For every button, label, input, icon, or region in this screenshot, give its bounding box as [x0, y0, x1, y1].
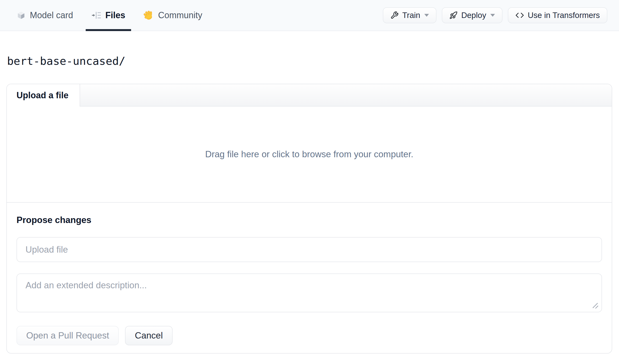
tab-files[interactable]: Files: [86, 0, 131, 30]
tabbar-filler: [80, 84, 612, 107]
active-tab-underline: [86, 29, 131, 31]
upload-file-input[interactable]: [16, 237, 602, 262]
file-versions-icon: [92, 10, 101, 20]
cancel-button[interactable]: Cancel: [125, 326, 172, 345]
extended-description-textarea[interactable]: [16, 273, 602, 312]
open-pull-request-button[interactable]: Open a Pull Request: [16, 326, 119, 345]
tab-upload-a-file-label: Upload a file: [16, 90, 69, 100]
textarea-resize-grip-icon[interactable]: [591, 302, 600, 310]
deploy-button[interactable]: Deploy: [442, 7, 503, 23]
propose-changes-heading: Propose changes: [16, 214, 602, 226]
upload-card: Upload a file Drag file here or click to…: [6, 84, 612, 354]
train-button-label: Train: [402, 11, 420, 20]
dropzone-hint-text: Drag file here or click to browse from y…: [205, 149, 413, 159]
use-in-transformers-button[interactable]: Use in Transformers: [508, 7, 607, 23]
caret-down-icon: [490, 14, 495, 17]
tab-community[interactable]: Community: [138, 0, 208, 30]
propose-actions: Open a Pull Request Cancel: [16, 326, 602, 345]
tab-model-card[interactable]: Model card: [11, 0, 79, 30]
description-field-wrap: [16, 273, 602, 312]
rocket-icon: [449, 11, 458, 19]
waving-hand-icon: [144, 10, 154, 20]
use-in-transformers-label: Use in Transformers: [528, 11, 600, 20]
repo-path: bert-base-uncased/: [7, 54, 619, 68]
repo-header: Model card Files: [0, 0, 619, 31]
tab-model-card-label: Model card: [30, 10, 73, 20]
repo-tabs-nav: Model card Files: [11, 0, 208, 30]
tab-community-label: Community: [158, 10, 202, 20]
repo-actions: Train Deploy: [383, 0, 607, 30]
tab-upload-a-file[interactable]: Upload a file: [7, 84, 80, 107]
tab-files-label: Files: [105, 10, 125, 20]
code-icon: [515, 11, 524, 20]
propose-changes-section: Propose changes Open a Pull Request Canc…: [7, 203, 612, 353]
upload-card-tabbar: Upload a file: [7, 84, 612, 107]
caret-down-icon: [424, 14, 429, 17]
deploy-button-label: Deploy: [461, 11, 486, 20]
file-dropzone[interactable]: Drag file here or click to browse from y…: [7, 107, 612, 203]
main-content: bert-base-uncased/ Upload a file Drag fi…: [0, 54, 619, 354]
train-button[interactable]: Train: [383, 7, 436, 23]
wrench-icon: [390, 11, 399, 19]
cube-icon: [16, 11, 26, 20]
